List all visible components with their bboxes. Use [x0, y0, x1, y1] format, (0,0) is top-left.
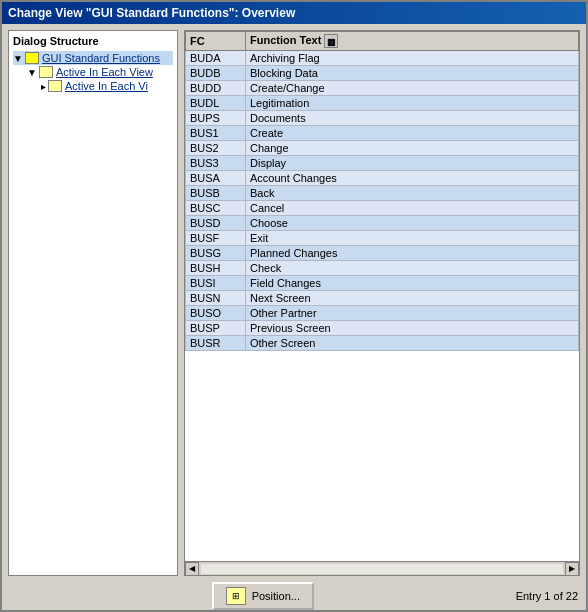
cell-ft: Back [246, 186, 579, 201]
table-row[interactable]: BUSOOther Partner [186, 306, 579, 321]
tree-label-2: Active In Each View [56, 66, 153, 78]
cell-ft: Exit [246, 231, 579, 246]
cell-ft: Display [246, 156, 579, 171]
cell-fc: BUS2 [186, 141, 246, 156]
col-header-fc: FC [186, 32, 246, 51]
title-bar: Change View "GUI Standard Functions": Ov… [2, 2, 586, 24]
table-row[interactable]: BUSIField Changes [186, 276, 579, 291]
table-row[interactable]: BUSPPrevious Screen [186, 321, 579, 336]
cell-ft: Archiving Flag [246, 51, 579, 66]
cell-fc: BUSB [186, 186, 246, 201]
entry-info: Entry 1 of 22 [516, 590, 578, 602]
folder-icon-2 [39, 66, 53, 78]
table-row[interactable]: BUDAArchiving Flag [186, 51, 579, 66]
cell-ft: Change [246, 141, 579, 156]
cell-fc: BUSC [186, 201, 246, 216]
right-panel: FC Function Text ▦ BUDAArchiving FlagBUD… [184, 30, 580, 576]
scroll-right-btn[interactable]: ▶ [565, 562, 579, 576]
expand-arrow-2: ▼ [27, 67, 37, 78]
position-icon: ⊞ [226, 587, 246, 605]
cell-ft: Legitimation [246, 96, 579, 111]
cell-ft: Other Screen [246, 336, 579, 351]
cell-fc: BUSH [186, 261, 246, 276]
table-row[interactable]: BUDDCreate/Change [186, 81, 579, 96]
h-scroll-track[interactable] [201, 564, 563, 574]
data-table: FC Function Text ▦ BUDAArchiving FlagBUD… [185, 31, 579, 351]
cell-ft: Blocking Data [246, 66, 579, 81]
tree-label-1: GUI Standard Functions [42, 52, 160, 64]
cell-fc: BUSO [186, 306, 246, 321]
table-row[interactable]: BUS3Display [186, 156, 579, 171]
cell-ft: Documents [246, 111, 579, 126]
cell-fc: BUSA [186, 171, 246, 186]
table-row[interactable]: BUSAAccount Changes [186, 171, 579, 186]
cell-fc: BUSG [186, 246, 246, 261]
table-row[interactable]: BUSCCancel [186, 201, 579, 216]
cell-fc: BUDL [186, 96, 246, 111]
table-settings-icon[interactable]: ▦ [324, 34, 338, 48]
cell-ft: Next Screen [246, 291, 579, 306]
tree-label-3: Active In Each Vi [65, 80, 148, 92]
cell-ft: Field Changes [246, 276, 579, 291]
cell-fc: BUDA [186, 51, 246, 66]
col-header-ft: Function Text ▦ [246, 32, 579, 51]
cell-fc: BUSD [186, 216, 246, 231]
cell-ft: Create/Change [246, 81, 579, 96]
bottom-area: ⊞ Position... Entry 1 of 22 [2, 582, 586, 610]
cell-ft: Choose [246, 216, 579, 231]
cell-fc: BUS1 [186, 126, 246, 141]
dialog-structure-panel: Dialog Structure ▼ GUI Standard Function… [8, 30, 178, 576]
cell-fc: BUSN [186, 291, 246, 306]
tree-item-active-each-view[interactable]: ▼ Active In Each View [27, 65, 173, 79]
cell-fc: BUSI [186, 276, 246, 291]
table-row[interactable]: BUSROther Screen [186, 336, 579, 351]
table-row[interactable]: BUDBBlocking Data [186, 66, 579, 81]
table-row[interactable]: BUSFExit [186, 231, 579, 246]
expand-arrow-1: ▼ [13, 53, 23, 64]
cell-fc: BUSR [186, 336, 246, 351]
table-row[interactable]: BUSNNext Screen [186, 291, 579, 306]
dialog-structure-title: Dialog Structure [13, 35, 173, 47]
table-container: FC Function Text ▦ BUDAArchiving FlagBUD… [185, 31, 579, 561]
cell-ft: Cancel [246, 201, 579, 216]
table-row[interactable]: BUSGPlanned Changes [186, 246, 579, 261]
cell-ft: Other Partner [246, 306, 579, 321]
cell-ft: Planned Changes [246, 246, 579, 261]
table-row[interactable]: BUDLLegitimation [186, 96, 579, 111]
table-row[interactable]: BUSHCheck [186, 261, 579, 276]
window-title: Change View "GUI Standard Functions": Ov… [8, 6, 295, 20]
tree-item-gui-standard[interactable]: ▼ GUI Standard Functions [13, 51, 173, 65]
cell-fc: BUDB [186, 66, 246, 81]
cell-ft: Check [246, 261, 579, 276]
cell-fc: BUDD [186, 81, 246, 96]
cell-ft: Previous Screen [246, 321, 579, 336]
cell-ft: Create [246, 126, 579, 141]
position-label: Position... [252, 590, 300, 602]
cell-fc: BUSF [186, 231, 246, 246]
cell-ft: Account Changes [246, 171, 579, 186]
table-row[interactable]: BUS2Change [186, 141, 579, 156]
folder-icon-3 [48, 80, 62, 92]
main-window: Change View "GUI Standard Functions": Ov… [0, 0, 588, 612]
expand-arrow-3: ▸ [41, 81, 46, 92]
tree-item-active-each-vi[interactable]: ▸ Active In Each Vi [41, 79, 173, 93]
position-button[interactable]: ⊞ Position... [212, 582, 314, 610]
folder-icon-1 [25, 52, 39, 64]
table-row[interactable]: BUSDChoose [186, 216, 579, 231]
cell-fc: BUPS [186, 111, 246, 126]
table-row[interactable]: BUS1Create [186, 126, 579, 141]
cell-fc: BUSP [186, 321, 246, 336]
table-row[interactable]: BUPSDocuments [186, 111, 579, 126]
horizontal-scrollbar[interactable]: ◀ ▶ [185, 561, 579, 575]
table-row[interactable]: BUSBBack [186, 186, 579, 201]
cell-fc: BUS3 [186, 156, 246, 171]
scroll-left-btn[interactable]: ◀ [185, 562, 199, 576]
